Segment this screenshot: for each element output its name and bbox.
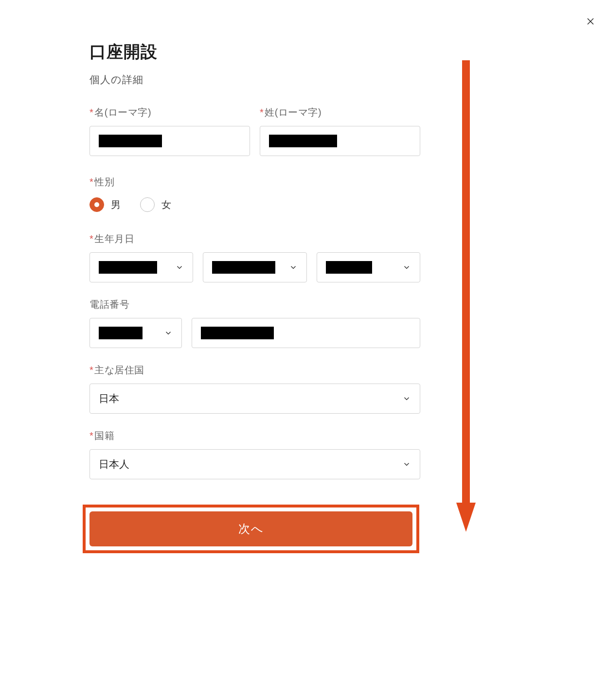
redacted-value: [99, 135, 162, 147]
next-button[interactable]: 次へ: [89, 511, 412, 546]
phone-label: 電話番号: [89, 298, 420, 311]
redacted-value: [99, 327, 143, 339]
redacted-value: [212, 261, 275, 274]
required-mark: *: [89, 430, 93, 441]
redacted-value: [269, 135, 337, 147]
redacted-value: [326, 261, 372, 274]
page-subtitle: 個人の詳細: [89, 73, 420, 87]
svg-rect-2: [462, 60, 470, 503]
dob-part1-select[interactable]: [89, 252, 193, 282]
phone-number-input[interactable]: [192, 318, 420, 348]
last-name-input[interactable]: [260, 126, 420, 156]
nationality-label-text: 国籍: [94, 430, 114, 441]
required-mark: *: [260, 107, 264, 118]
nationality-label: *国籍: [89, 429, 420, 442]
page-title: 口座開設: [89, 41, 420, 63]
chevron-down-icon: [289, 263, 298, 272]
gender-female-label: 女: [161, 198, 171, 211]
gender-male-radio[interactable]: 男: [89, 197, 121, 212]
residence-select[interactable]: 日本: [89, 384, 420, 414]
required-mark: *: [89, 107, 93, 118]
arrow-down-annotation: [456, 60, 476, 532]
residence-label: *主な居住国: [89, 364, 420, 377]
svg-marker-3: [456, 503, 476, 532]
residence-label-text: 主な居住国: [94, 365, 144, 375]
last-name-label-text: 姓(ローマ字): [265, 107, 322, 118]
last-name-label: *姓(ローマ字): [260, 106, 420, 119]
close-button[interactable]: [585, 16, 596, 27]
nationality-select[interactable]: 日本人: [89, 449, 420, 479]
residence-value: 日本: [99, 392, 119, 405]
gender-male-label: 男: [111, 198, 121, 211]
radio-unselected-icon: [140, 197, 155, 212]
gender-label: *性別: [89, 175, 420, 189]
close-icon: [586, 17, 595, 26]
gender-label-text: 性別: [94, 176, 114, 187]
radio-selected-icon: [89, 197, 104, 212]
chevron-down-icon: [164, 329, 173, 337]
dob-label: *生年月日: [89, 232, 420, 245]
redacted-value: [99, 261, 157, 274]
first-name-label: *名(ローマ字): [89, 106, 250, 119]
phone-country-select[interactable]: [89, 318, 182, 348]
dob-label-text: 生年月日: [94, 233, 134, 244]
dob-part2-select[interactable]: [203, 252, 306, 282]
chevron-down-icon: [402, 394, 411, 403]
required-mark: *: [89, 233, 93, 244]
chevron-down-icon: [402, 460, 411, 469]
chevron-down-icon: [402, 263, 411, 272]
nationality-value: 日本人: [99, 457, 129, 471]
first-name-input[interactable]: [89, 126, 250, 156]
account-form: 口座開設 個人の詳細 *名(ローマ字) *姓(ローマ字) *性別: [89, 0, 420, 479]
required-mark: *: [89, 176, 93, 187]
required-mark: *: [89, 365, 93, 375]
dob-part3-select[interactable]: [317, 252, 420, 282]
gender-female-radio[interactable]: 女: [140, 197, 171, 212]
chevron-down-icon: [175, 263, 184, 272]
redacted-value: [201, 327, 274, 339]
next-button-highlight: 次へ: [83, 505, 419, 553]
first-name-label-text: 名(ローマ字): [94, 107, 151, 118]
